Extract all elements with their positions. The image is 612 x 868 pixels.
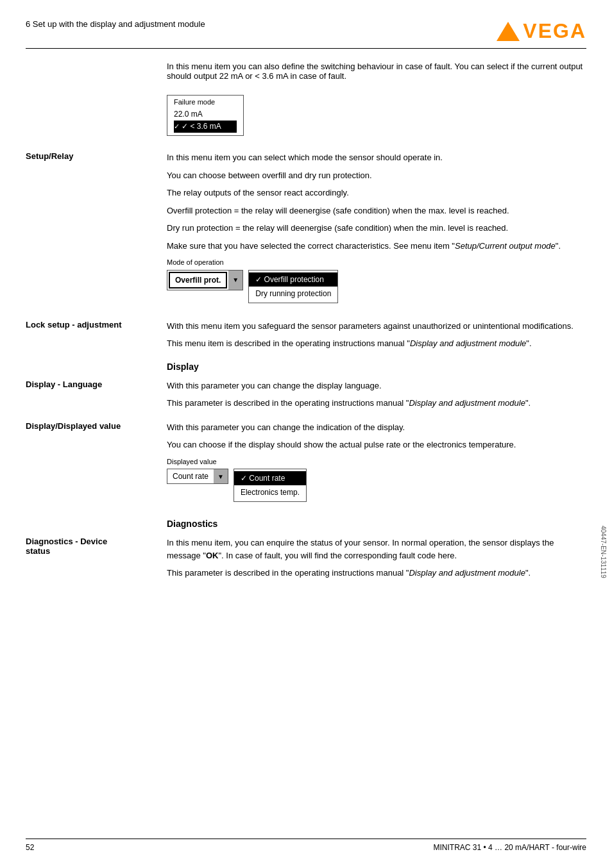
display-displayed-value-p2: You can choose if the display should sho… — [167, 438, 586, 451]
failure-mode-section: Failure mode 22.0 mA ✓ < 3.6 mA — [167, 90, 586, 138]
displayed-value-option-electronics-temp: Electronics temp. — [234, 485, 306, 499]
displayed-value-options-box: ✓ Count rate Electronics temp. — [234, 469, 307, 502]
page: 6 Set up with the display and adjustment… — [0, 0, 612, 868]
product-name: MINITRAC 31 • 4 … 20 mA/HART - four-wire — [434, 843, 586, 852]
lock-setup-p2: This menu item is described in the opera… — [167, 337, 586, 350]
display-displayed-value-content: With this parameter you can change the i… — [167, 421, 586, 508]
setup-relay-p5: Dry run protection = the relay will deen… — [167, 222, 586, 235]
displayed-value-row: Count rate ▼ ✓ Count rate Electronics te… — [167, 469, 586, 502]
failure-option-22ma: 22.0 mA — [174, 108, 237, 121]
setup-relay-section: Setup/Relay In this menu item you can se… — [26, 151, 586, 308]
diagnostics-device-status-section: Diagnostics - Devicestatus In this menu … — [26, 537, 586, 580]
logo-text: VEGA — [523, 19, 586, 43]
diagnostics-heading-section: Diagnostics — [167, 519, 586, 529]
failure-mode-box: Failure mode 22.0 mA ✓ < 3.6 mA — [167, 95, 244, 136]
displayed-value-option-count-rate: ✓ Count rate — [234, 471, 306, 485]
displayed-value-dropdown-value: Count rate — [167, 469, 214, 483]
displayed-value-ui: Displayed value Count rate ▼ ✓ Count rat… — [167, 456, 586, 503]
display-language-label: Display - Language — [26, 380, 167, 410]
setup-relay-p3: The relay outputs of the sensor react ac… — [167, 187, 586, 199]
display-heading: Display — [167, 362, 586, 372]
setup-relay-content: In this menu item you can select which m… — [167, 151, 586, 308]
diagnostics-device-status-label: Diagnostics - Devicestatus — [26, 537, 167, 580]
setup-relay-p6: Make sure that you have selected the cor… — [167, 240, 586, 253]
mode-dropdown[interactable]: Overfill prot. ▼ — [167, 270, 243, 290]
display-language-p2: This parameter is described in the opera… — [167, 397, 586, 410]
display-heading-section: Display — [167, 362, 586, 372]
mode-of-operation-ui: Mode of operation Overfill prot. ▼ ✓ Ove… — [167, 257, 586, 303]
diagnostics-device-status-content: In this menu item, you can enquire the s… — [167, 537, 586, 580]
lock-setup-label: Lock setup - adjustment — [26, 320, 167, 350]
mode-dropdown-arrow-icon[interactable]: ▼ — [228, 271, 242, 290]
logo: VEGA — [497, 19, 586, 43]
lock-setup-section: Lock setup - adjustment With this menu i… — [26, 320, 586, 350]
failure-option-3-6ma: ✓ < 3.6 mA — [174, 121, 237, 133]
diagnostics-device-status-p2: This parameter is described in the opera… — [167, 567, 586, 580]
intro-text: In this menu item you can also define th… — [167, 62, 586, 81]
mode-option-dry-run: Dry running protection — [249, 287, 337, 301]
intro-section: In this menu item you can also define th… — [167, 62, 586, 81]
display-displayed-value-p1: With this parameter you can change the i… — [167, 421, 586, 434]
page-header: 6 Set up with the display and adjustment… — [26, 19, 586, 49]
display-language-p1: With this parameter you can change the d… — [167, 380, 586, 392]
setup-relay-p1: In this menu item you can select which m… — [167, 151, 586, 164]
failure-mode-title: Failure mode — [174, 98, 237, 106]
lock-setup-content: With this menu item you safeguard the se… — [167, 320, 586, 350]
display-language-label-text: Display - Language — [26, 380, 102, 389]
display-displayed-value-section: Display/Displayed value With this parame… — [26, 421, 586, 508]
page-number: 52 — [26, 843, 34, 852]
mode-of-operation-row: Overfill prot. ▼ ✓ Overfill protection D… — [167, 270, 586, 303]
displayed-value-title: Displayed value — [167, 456, 586, 467]
lock-setup-p1: With this menu item you safeguard the se… — [167, 320, 586, 333]
display-language-content: With this parameter you can change the d… — [167, 380, 586, 410]
chapter-title: 6 Set up with the display and adjustment… — [26, 19, 205, 29]
mode-dropdown-value: Overfill prot. — [169, 272, 227, 288]
diagnostics-device-status-label-text: Diagnostics - Devicestatus — [26, 537, 107, 556]
display-displayed-value-label-text: Display/Displayed value — [26, 421, 121, 431]
setup-relay-p2: You can choose between overfill and dry … — [167, 169, 586, 182]
display-displayed-value-label: Display/Displayed value — [26, 421, 167, 508]
setup-relay-label: Setup/Relay — [26, 151, 167, 308]
setup-relay-p4: Overfill protection = the relay will dee… — [167, 204, 586, 217]
setup-relay-label-text: Setup/Relay — [26, 151, 73, 161]
displayed-value-dropdown-arrow-icon[interactable]: ▼ — [214, 469, 228, 483]
diagnostics-heading: Diagnostics — [167, 519, 586, 529]
page-footer: 52 MINITRAC 31 • 4 … 20 mA/HART - four-w… — [26, 839, 586, 852]
logo-triangle-icon — [497, 22, 520, 41]
lock-setup-label-text: Lock setup - adjustment — [26, 320, 122, 330]
mode-options-box: ✓ Overfill protection Dry running protec… — [248, 270, 338, 303]
displayed-value-dropdown[interactable]: Count rate ▼ — [167, 469, 228, 484]
margin-code: 40447-EN-131119 — [600, 526, 607, 578]
diagnostics-device-status-p1: In this menu item, you can enquire the s… — [167, 537, 586, 562]
display-language-section: Display - Language With this parameter y… — [26, 380, 586, 410]
mode-of-operation-label: Mode of operation — [167, 257, 586, 268]
mode-option-overfill: ✓ Overfill protection — [249, 272, 337, 287]
